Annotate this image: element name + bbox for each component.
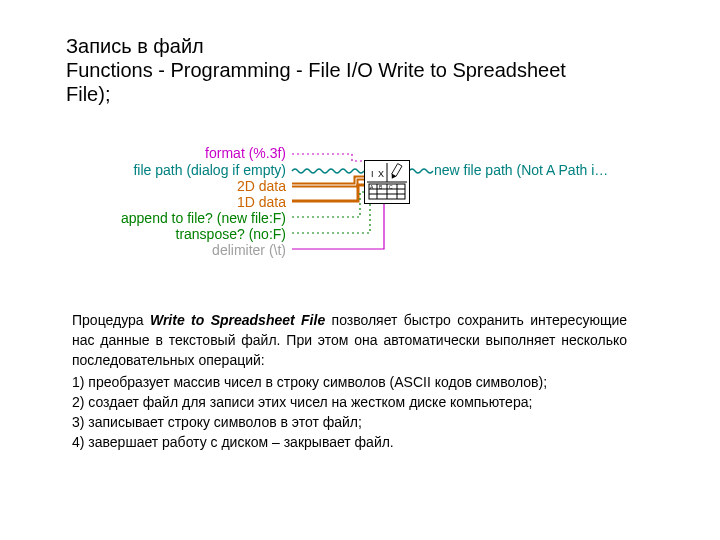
svg-text:I: I [371,169,374,179]
proc-name: Write to Spreadsheet File [150,312,325,328]
vi-glyph: I X A B C [367,163,407,201]
heading-line1: Запись в файл [66,34,606,58]
step-4: 4) завершает работу с диском – закрывает… [72,432,627,452]
step-1: 1) преобразует массив чисел в строку сим… [72,372,627,392]
intro-paragraph: Процедура Write to Spreadsheet File позв… [72,310,627,370]
heading: Запись в файл Functions - Programming - … [66,34,606,106]
heading-line2: Functions - Programming - File I/O Write… [66,58,606,106]
step-2: 2) создает файл для записи этих чисел на… [72,392,627,412]
svg-text:C: C [389,184,393,190]
description: Процедура Write to Spreadsheet File позв… [72,310,627,452]
wiring-diagram: format (%.3f) file path (dialog if empty… [0,145,720,285]
write-spreadsheet-vi-icon: I X A B C [364,160,410,204]
svg-text:X: X [378,169,384,179]
step-3: 3) записывает строку символов в этот фай… [72,412,627,432]
svg-rect-4 [392,164,402,177]
wires [0,145,720,285]
